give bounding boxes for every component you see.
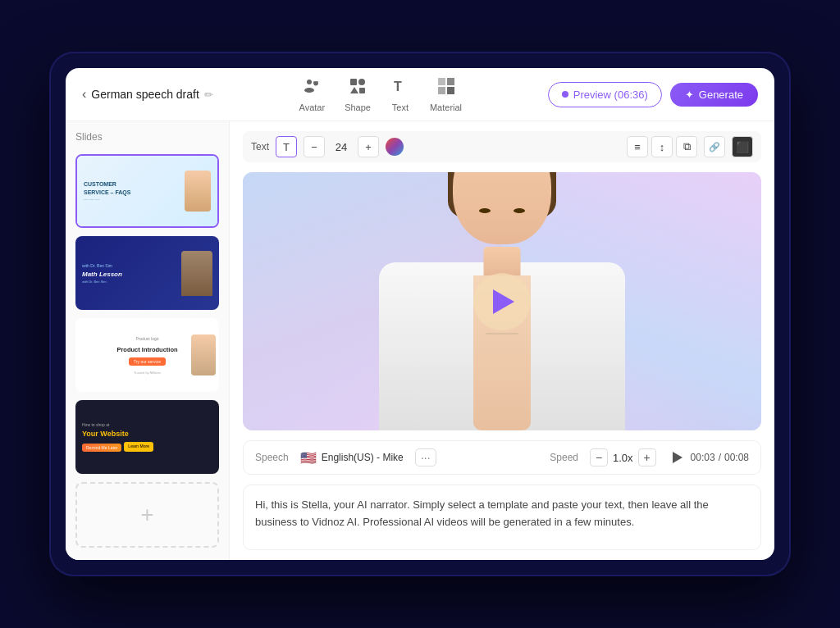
add-slide-button[interactable]: + xyxy=(75,482,219,548)
text-minus-button[interactable]: − xyxy=(304,136,325,157)
text-toolbar-label: Text xyxy=(251,141,269,152)
tool-shape[interactable]: Shape xyxy=(345,76,371,112)
time-separator: / xyxy=(719,452,721,463)
tool-text[interactable]: T Text xyxy=(390,76,410,112)
svg-rect-11 xyxy=(447,78,454,85)
text-icon: T xyxy=(390,76,410,100)
play-mini-button[interactable] xyxy=(668,448,687,467)
align-center-button[interactable]: ↕ xyxy=(651,136,673,157)
speed-decrease-button[interactable]: − xyxy=(590,448,608,466)
svg-point-0 xyxy=(307,80,312,84)
generate-label: Generate xyxy=(699,89,743,101)
speed-control: − 1.0x + xyxy=(590,448,656,466)
back-button[interactable]: ‹ German speech draft ✏ xyxy=(82,87,213,102)
project-title: German speech draft xyxy=(91,88,199,101)
speed-increase-button[interactable]: + xyxy=(638,448,656,466)
material-icon xyxy=(436,76,456,100)
editor-panel: Text T − 24 + ≡ ↕ ⧉ 🔗 ⬛ xyxy=(230,121,774,560)
avatar-tool-label: Avatar xyxy=(299,102,326,112)
toolbar-tools: Avatar Shape xyxy=(299,76,463,112)
device-frame: ‹ German speech draft ✏ xyxy=(51,53,789,575)
script-text: Hi, this is Stella, your AI narrator. Si… xyxy=(255,498,709,528)
language-label: English(US) - Mike xyxy=(322,452,404,463)
text-size-display: 24 xyxy=(331,141,351,153)
play-button[interactable] xyxy=(473,273,531,330)
svg-rect-13 xyxy=(447,87,454,94)
svg-point-1 xyxy=(304,88,314,93)
align-left-button[interactable]: ≡ xyxy=(627,136,648,157)
toolbar: ‹ German speech draft ✏ xyxy=(66,68,774,121)
play-mini-icon xyxy=(673,452,682,463)
flag-icon: 🇺🇸 xyxy=(300,450,317,466)
slide-thumb-2[interactable]: with Dr. Ben Sim Math Lesson with Dr. Be… xyxy=(75,236,219,310)
slide-thumb-4[interactable]: How to shop at Your Website Remind Me La… xyxy=(75,400,219,474)
speech-bar: Speech 🇺🇸 English(US) - Mike ··· Speed −… xyxy=(243,440,761,475)
svg-rect-12 xyxy=(438,87,445,94)
play-mini-control: 00:03 / 00:08 xyxy=(668,448,749,467)
svg-rect-10 xyxy=(438,78,445,85)
svg-point-6 xyxy=(358,79,365,85)
svg-marker-7 xyxy=(350,87,358,93)
preview-dot xyxy=(562,91,568,98)
speech-label: Speech xyxy=(255,452,289,463)
generate-icon: ✦ xyxy=(685,89,694,101)
toolbar-actions: Preview (06:36) ✦ Generate xyxy=(548,82,758,107)
edit-icon[interactable]: ✏ xyxy=(204,89,213,101)
slide-thumb-1[interactable]: CUSTOMERSERVICE – FAQS ── ── ── xyxy=(75,154,219,228)
text-plus-button[interactable]: + xyxy=(358,136,379,157)
time-current: 00:03 xyxy=(691,452,715,463)
back-icon: ‹ xyxy=(82,87,86,102)
layer-button[interactable]: ⧉ xyxy=(676,136,697,157)
material-tool-label: Material xyxy=(430,102,462,112)
slides-panel: Slides CUSTOMERSERVICE – FAQS ── ── ── xyxy=(66,121,230,560)
alignment-tools: ≡ ↕ ⧉ xyxy=(627,136,697,157)
play-triangle-icon xyxy=(493,289,514,314)
language-selector[interactable]: 🇺🇸 English(US) - Mike xyxy=(300,450,404,466)
preview-button[interactable]: Preview (06:36) xyxy=(548,82,662,107)
preview-label: Preview (06:36) xyxy=(573,89,648,101)
video-preview xyxy=(243,172,761,430)
time-total: 00:08 xyxy=(724,452,749,463)
tool-material[interactable]: Material xyxy=(430,76,462,112)
shape-tool-label: Shape xyxy=(345,102,371,112)
text-toolbar: Text T − 24 + ≡ ↕ ⧉ 🔗 ⬛ xyxy=(243,131,761,162)
slides-label: Slides xyxy=(75,131,219,143)
app-window: ‹ German speech draft ✏ xyxy=(66,68,774,560)
speed-value: 1.0x xyxy=(613,452,633,464)
text-type-button[interactable]: T xyxy=(276,136,297,157)
svg-rect-8 xyxy=(359,88,365,93)
speed-label: Speed xyxy=(550,452,578,463)
slide-thumb-3[interactable]: Product logo Product Introduction Try ou… xyxy=(75,318,219,392)
generate-button[interactable]: ✦ Generate xyxy=(670,83,758,107)
shape-icon xyxy=(348,76,368,100)
main-content: Slides CUSTOMERSERVICE – FAQS ── ── ── xyxy=(66,121,774,560)
script-text-area[interactable]: Hi, this is Stella, your AI narrator. Si… xyxy=(243,485,761,550)
fill-button[interactable]: ⬛ xyxy=(732,136,753,157)
language-more-button[interactable]: ··· xyxy=(415,448,436,466)
svg-text:T: T xyxy=(394,80,402,93)
text-tool-label: Text xyxy=(392,102,409,112)
color-swatch[interactable] xyxy=(386,138,404,156)
avatar-icon xyxy=(302,76,322,100)
tool-avatar[interactable]: Avatar xyxy=(299,76,326,112)
add-slide-icon: + xyxy=(140,502,153,528)
svg-rect-5 xyxy=(350,79,357,85)
link-button[interactable]: 🔗 xyxy=(704,136,725,157)
